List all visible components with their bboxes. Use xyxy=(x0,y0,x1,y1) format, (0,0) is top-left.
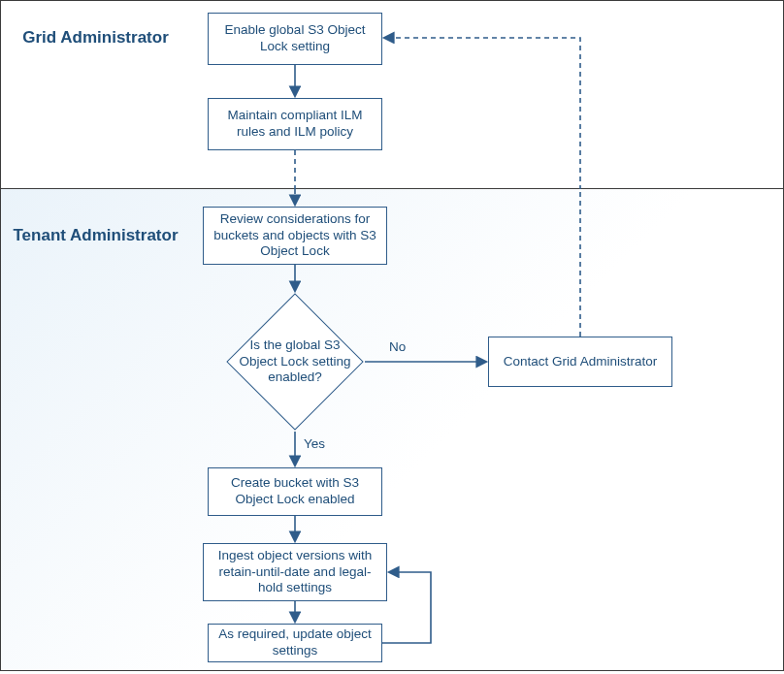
role-label-grid: Grid Administrator xyxy=(1,28,190,48)
edge-label-yes: Yes xyxy=(304,436,325,451)
arrow-update-loop-to-ingest xyxy=(382,572,431,643)
node-ingest-objects: Ingest object versions with retain-until… xyxy=(203,543,387,601)
swimlane-grid-admin: Grid Administrator Enable global S3 Obje… xyxy=(0,0,784,189)
node-create-bucket: Create bucket with S3 Object Lock enable… xyxy=(208,467,382,516)
node-maintain-ilm: Maintain compliant ILM rules and ILM pol… xyxy=(208,98,382,150)
node-decision-global-enabled: Is the global S3 Object Lock setting ena… xyxy=(227,294,363,430)
arrow-contact-to-enable-seg2 xyxy=(385,38,580,190)
node-contact-grid-admin: Contact Grid Administrator xyxy=(488,337,672,387)
node-update-settings: As required, update object settings xyxy=(208,624,382,662)
node-review-considerations: Review considerations for buckets and ob… xyxy=(203,207,387,265)
role-label-tenant: Tenant Administrator xyxy=(1,226,190,245)
edge-label-no: No xyxy=(389,339,406,354)
swimlane-tenant-admin: Tenant Administrator Review consideratio… xyxy=(0,189,784,671)
node-enable-global-lock: Enable global S3 Object Lock setting xyxy=(208,13,382,65)
decision-label: Is the global S3 Object Lock setting ena… xyxy=(227,294,363,430)
